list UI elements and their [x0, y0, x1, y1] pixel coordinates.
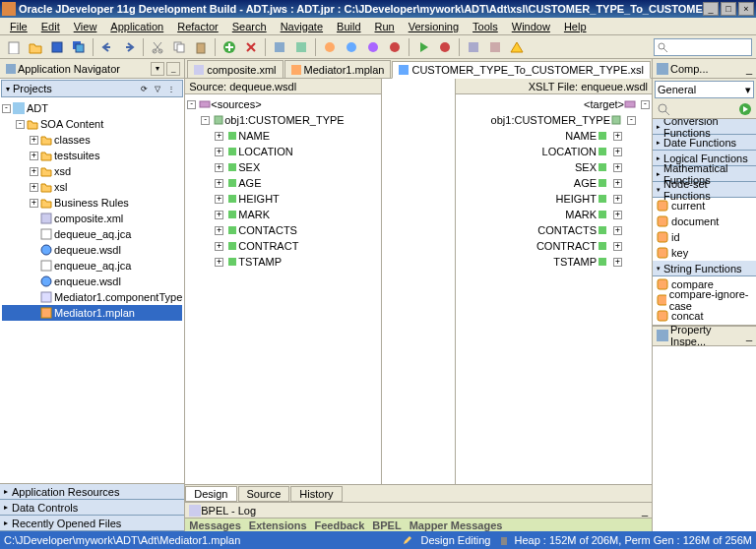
- palette-minimize-button[interactable]: _: [746, 63, 752, 75]
- section-data-controls[interactable]: Data Controls: [0, 500, 184, 516]
- open-button[interactable]: [26, 37, 45, 57]
- menu-search[interactable]: Search: [226, 20, 273, 33]
- tb-btn-f[interactable]: [385, 37, 405, 57]
- tab-mediator[interactable]: Mediator1.mplan: [284, 60, 392, 78]
- save-button[interactable]: [47, 37, 67, 57]
- src-custtype[interactable]: -obj1:CUSTOMER_TYPE: [187, 112, 379, 128]
- menu-file[interactable]: File: [4, 20, 33, 33]
- section-recent-files[interactable]: Recently Opened Files: [0, 516, 184, 531]
- logtab-extensions[interactable]: Extensions: [249, 519, 307, 531]
- tgt-root[interactable]: <target>-: [458, 96, 650, 112]
- menu-tools[interactable]: Tools: [467, 20, 504, 33]
- tb-btn-b[interactable]: [291, 37, 311, 57]
- tgt-age[interactable]: AGE+: [458, 175, 650, 191]
- tree-node-xsd[interactable]: +xsd: [2, 163, 182, 179]
- menu-build[interactable]: Build: [331, 20, 366, 33]
- source-tree[interactable]: -<sources> -obj1:CUSTOMER_TYPE +NAME +LO…: [185, 94, 381, 484]
- panel-minimize-button[interactable]: _: [166, 62, 180, 76]
- tgt-location[interactable]: LOCATION+: [458, 144, 650, 159]
- src-name[interactable]: +NAME: [187, 128, 379, 144]
- src-age[interactable]: +AGE: [187, 175, 379, 191]
- menu-view[interactable]: View: [68, 20, 103, 33]
- tree-node-testsuites[interactable]: +testsuites: [2, 148, 182, 163]
- undo-button[interactable]: [97, 37, 117, 57]
- src-contacts[interactable]: +CONTACTS: [187, 222, 379, 238]
- tgt-tstamp[interactable]: TSTAMP+: [458, 254, 650, 270]
- paste-button[interactable]: [191, 37, 211, 57]
- src-location[interactable]: +LOCATION: [187, 144, 379, 159]
- property-minimize-button[interactable]: _: [746, 330, 752, 341]
- tree-node-dequeueaqjca[interactable]: dequeue_aq.jca: [2, 226, 182, 242]
- menu-refactor[interactable]: Refactor: [171, 20, 224, 33]
- section-nodeset[interactable]: Node-set Functions: [653, 182, 756, 198]
- palette-category-combo[interactable]: General▾: [655, 81, 754, 98]
- tb-btn-d[interactable]: [342, 37, 361, 57]
- remove-button[interactable]: [241, 37, 261, 57]
- tree-node-soa[interactable]: -SOA Content: [2, 116, 182, 132]
- log-minimize-button[interactable]: _: [642, 505, 648, 517]
- tab-composite[interactable]: composite.xml: [187, 60, 283, 78]
- copy-button[interactable]: [169, 37, 189, 57]
- tgt-mark[interactable]: MARK+: [458, 207, 650, 222]
- logtab-mapper[interactable]: Mapper Messages: [410, 519, 503, 531]
- menu-edit[interactable]: Edit: [35, 20, 66, 33]
- target-tree[interactable]: <target>- obj1:CUSTOMER_TYPE- NAME+ LOCA…: [456, 94, 652, 484]
- tgt-contract[interactable]: CONTRACT+: [458, 238, 650, 254]
- btab-source[interactable]: Source: [238, 486, 290, 502]
- tgt-name[interactable]: NAME+: [458, 128, 650, 144]
- projects-refresh-button[interactable]: ⟳: [137, 82, 151, 95]
- tb-btn-e[interactable]: [363, 37, 383, 57]
- projects-filter-button[interactable]: ▽: [151, 82, 164, 95]
- saveall-button[interactable]: [69, 37, 89, 57]
- mapping-canvas[interactable]: [382, 79, 455, 484]
- btab-design[interactable]: Design: [185, 486, 236, 502]
- tree-node-mediator1comp[interactable]: Mediator1.componentType: [2, 289, 182, 305]
- new-button[interactable]: [4, 37, 24, 57]
- project-tree[interactable]: -ADT -SOA Content +classes +testsuites +…: [0, 98, 184, 483]
- tree-node-adt[interactable]: -ADT: [2, 100, 182, 116]
- maximize-button[interactable]: □: [721, 2, 736, 16]
- warning-button[interactable]: [507, 37, 527, 57]
- search-box[interactable]: [654, 38, 752, 56]
- tree-node-enqueuewsdl[interactable]: enqueue.wsdl: [2, 274, 182, 289]
- menu-run[interactable]: Run: [369, 20, 401, 33]
- search-icon[interactable]: [657, 102, 670, 116]
- tree-node-compositexml[interactable]: composite.xml: [2, 211, 182, 226]
- tb-btn-g[interactable]: [464, 37, 483, 57]
- section-app-resources[interactable]: Application Resources: [0, 484, 184, 500]
- btab-history[interactable]: History: [290, 486, 342, 502]
- menu-application[interactable]: Application: [104, 20, 169, 33]
- tgt-custtype[interactable]: obj1:CUSTOMER_TYPE-: [458, 112, 650, 128]
- tree-node-xsl[interactable]: +xsl: [2, 179, 182, 195]
- add-button[interactable]: [220, 37, 239, 57]
- section-conversion[interactable]: Conversion Functions: [653, 119, 756, 135]
- panel-dropdown-button[interactable]: ▾: [151, 62, 164, 76]
- tree-node-mediator1mplan[interactable]: Mediator1.mplan: [2, 305, 182, 321]
- run-button[interactable]: [413, 37, 433, 57]
- fn-id[interactable]: id: [653, 229, 756, 245]
- tb-btn-a[interactable]: [270, 37, 289, 57]
- cut-button[interactable]: [148, 37, 167, 57]
- src-contract[interactable]: +CONTRACT: [187, 238, 379, 254]
- fn-key[interactable]: key: [653, 245, 756, 261]
- minimize-button[interactable]: _: [703, 2, 719, 16]
- tgt-height[interactable]: HEIGHT+: [458, 191, 650, 207]
- menu-help[interactable]: Help: [558, 20, 593, 33]
- projects-menu-button[interactable]: ⋮: [164, 82, 178, 95]
- close-button[interactable]: ×: [738, 2, 754, 16]
- tgt-sex[interactable]: SEX+: [458, 159, 650, 175]
- tab-customer[interactable]: CUSTOMER_TYPE_To_CUSTOMER_TYPE.xsl: [392, 61, 651, 79]
- logtab-feedback[interactable]: Feedback: [315, 519, 365, 531]
- menu-window[interactable]: Window: [506, 20, 556, 33]
- menu-versioning[interactable]: Versioning: [403, 20, 465, 33]
- tree-node-classes[interactable]: +classes: [2, 132, 182, 148]
- src-root[interactable]: -<sources>: [187, 96, 379, 112]
- src-sex[interactable]: +SEX: [187, 159, 379, 175]
- src-height[interactable]: +HEIGHT: [187, 191, 379, 207]
- forward-icon[interactable]: [738, 102, 752, 116]
- redo-button[interactable]: [119, 37, 139, 57]
- fn-document[interactable]: document: [653, 214, 756, 229]
- logtab-bpel[interactable]: BPEL: [372, 519, 401, 531]
- logtab-messages[interactable]: Messages: [189, 519, 241, 531]
- tgt-contacts[interactable]: CONTACTS+: [458, 222, 650, 238]
